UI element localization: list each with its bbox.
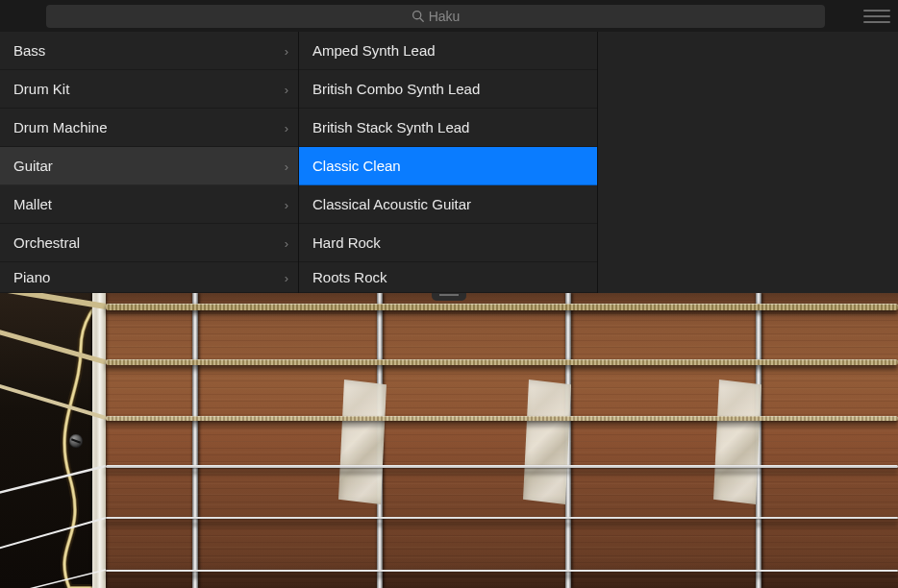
category-label: Drum Machine	[13, 119, 108, 135]
category-label: Drum Kit	[13, 81, 69, 97]
preset-item-amped-synth-lead[interactable]: Amped Synth Lead	[299, 32, 597, 70]
preset-label: Classical Acoustic Guitar	[312, 196, 471, 212]
svg-line-5	[0, 466, 106, 495]
category-item-orchestral[interactable]: Orchestral›	[0, 224, 298, 262]
search-field[interactable]: Haku	[46, 5, 825, 28]
app-root: Haku Bass›Drum Kit›Drum Machine›Guitar›M…	[0, 0, 898, 588]
chevron-right-icon: ›	[285, 159, 288, 173]
preset-label: Amped Synth Lead	[312, 42, 436, 59]
preset-item-hard-rock[interactable]: Hard Rock	[299, 224, 597, 262]
category-item-piano[interactable]: Piano›	[0, 262, 298, 293]
preset-item-roots-rock[interactable]: Roots Rock	[299, 262, 597, 293]
top-bar: Haku	[0, 0, 898, 32]
chevron-right-icon: ›	[285, 270, 288, 284]
svg-line-4	[0, 383, 106, 418]
guitar-fretboard[interactable]	[0, 293, 898, 588]
preset-item-classical-acoustic-guitar[interactable]: Classical Acoustic Guitar	[299, 185, 597, 224]
preset-label: Roots Rock	[312, 269, 387, 285]
chevron-right-icon: ›	[285, 197, 288, 211]
chevron-right-icon: ›	[285, 120, 288, 135]
category-item-drum-machine[interactable]: Drum Machine›	[0, 109, 298, 147]
chevron-right-icon: ›	[285, 82, 288, 96]
category-item-guitar[interactable]: Guitar›	[0, 147, 298, 185]
svg-line-3	[0, 330, 106, 362]
panel-drag-handle[interactable]	[432, 293, 466, 301]
category-label: Mallet	[13, 196, 52, 212]
preset-item-british-stack-synth-lead[interactable]: British Stack Synth Lead	[299, 109, 597, 147]
category-item-mallet[interactable]: Mallet›	[0, 185, 298, 224]
category-label: Orchestral	[13, 234, 80, 251]
menu-icon[interactable]	[863, 7, 890, 26]
svg-line-2	[0, 293, 106, 306]
preset-column: Amped Synth LeadBritish Combo Synth Lead…	[299, 32, 598, 293]
chevron-right-icon: ›	[285, 235, 288, 250]
category-label: Bass	[13, 42, 45, 59]
svg-line-1	[420, 18, 423, 21]
chevron-right-icon: ›	[285, 43, 288, 58]
preset-item-classic-clean[interactable]: Classic Clean	[299, 147, 597, 185]
category-label: Guitar	[13, 158, 53, 174]
browser-column-3-empty	[598, 32, 898, 295]
strings-layer[interactable]	[106, 293, 898, 588]
guitar-headstock	[0, 293, 106, 588]
preset-label: British Combo Synth Lead	[312, 81, 480, 97]
svg-line-7	[0, 570, 106, 588]
sound-browser: Bass›Drum Kit›Drum Machine›Guitar›Mallet…	[0, 32, 598, 293]
svg-line-6	[0, 518, 106, 551]
preset-label: British Stack Synth Lead	[312, 119, 469, 135]
preset-label: Hard Rock	[312, 234, 381, 251]
category-label: Piano	[13, 269, 50, 285]
preset-item-british-combo-synth-lead[interactable]: British Combo Synth Lead	[299, 70, 597, 109]
search-icon	[412, 10, 424, 22]
search-placeholder: Haku	[429, 9, 461, 24]
guitar-neck[interactable]	[106, 293, 898, 588]
preset-label: Classic Clean	[312, 158, 401, 174]
category-item-drum-kit[interactable]: Drum Kit›	[0, 70, 298, 109]
category-item-bass[interactable]: Bass›	[0, 32, 298, 70]
category-column: Bass›Drum Kit›Drum Machine›Guitar›Mallet…	[0, 32, 299, 293]
headstock-strings	[0, 293, 106, 588]
